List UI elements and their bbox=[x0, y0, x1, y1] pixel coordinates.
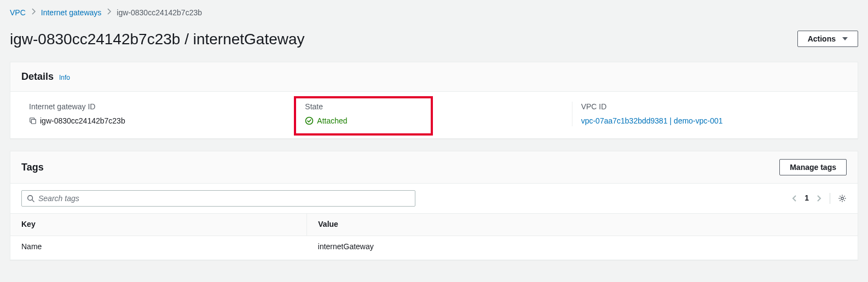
copy-icon[interactable] bbox=[29, 117, 37, 125]
tag-value: internetGateway bbox=[307, 236, 858, 257]
check-circle-icon bbox=[305, 116, 314, 125]
tag-key: Name bbox=[10, 236, 307, 257]
chevron-right-icon bbox=[107, 8, 111, 17]
vpc-id-link[interactable]: vpc-07aa7c1b32bdd9381 | demo-vpc-001 bbox=[581, 116, 723, 127]
igw-id-label: Internet gateway ID bbox=[29, 102, 296, 113]
detail-state: State Attached bbox=[296, 102, 571, 126]
pagination: 1 bbox=[791, 193, 847, 204]
svg-point-3 bbox=[841, 197, 843, 199]
breadcrumb: VPC Internet gateways igw-0830cc24142b7c… bbox=[10, 8, 858, 19]
manage-tags-button[interactable]: Manage tags bbox=[779, 159, 847, 175]
chevron-right-icon bbox=[31, 8, 36, 17]
breadcrumb-vpc[interactable]: VPC bbox=[10, 8, 26, 19]
breadcrumb-current: igw-0830cc24142b7c23b bbox=[117, 8, 202, 19]
info-link[interactable]: Info bbox=[59, 73, 70, 83]
actions-button[interactable]: Actions bbox=[797, 31, 858, 47]
tags-heading: Tags bbox=[21, 161, 44, 174]
col-value[interactable]: Value bbox=[307, 214, 858, 236]
tags-table: Key Value Name internetGateway bbox=[10, 213, 858, 257]
separator bbox=[830, 193, 830, 204]
search-icon bbox=[27, 195, 34, 202]
igw-id-value: igw-0830cc24142b7c23b bbox=[40, 116, 125, 127]
svg-point-1 bbox=[306, 118, 313, 125]
detail-vpc-id: VPC ID vpc-07aa7c1b32bdd9381 | demo-vpc-… bbox=[572, 102, 848, 126]
vpc-id-label: VPC ID bbox=[581, 102, 848, 113]
col-key[interactable]: Key bbox=[10, 214, 307, 236]
details-panel: Details Info Internet gateway ID igw-083… bbox=[10, 62, 858, 139]
state-value: Attached bbox=[317, 116, 347, 127]
caret-down-icon bbox=[842, 37, 848, 40]
svg-rect-0 bbox=[31, 120, 36, 124]
search-tags-input[interactable] bbox=[21, 190, 415, 207]
actions-button-label: Actions bbox=[808, 34, 836, 43]
details-heading: Details bbox=[21, 70, 54, 84]
tags-panel: Tags Manage tags bbox=[10, 151, 858, 260]
state-label: State bbox=[305, 102, 571, 113]
page-number: 1 bbox=[805, 193, 809, 204]
breadcrumb-internet-gateways[interactable]: Internet gateways bbox=[41, 8, 102, 19]
detail-internet-gateway-id: Internet gateway ID igw-0830cc24142b7c23… bbox=[20, 102, 296, 126]
prev-page-button[interactable] bbox=[791, 195, 797, 202]
page-title: igw-0830cc24142b7c23b / internetGateway bbox=[10, 28, 305, 50]
table-row: Name internetGateway bbox=[10, 236, 858, 257]
settings-gear-button[interactable] bbox=[838, 194, 847, 203]
next-page-button[interactable] bbox=[817, 195, 822, 202]
